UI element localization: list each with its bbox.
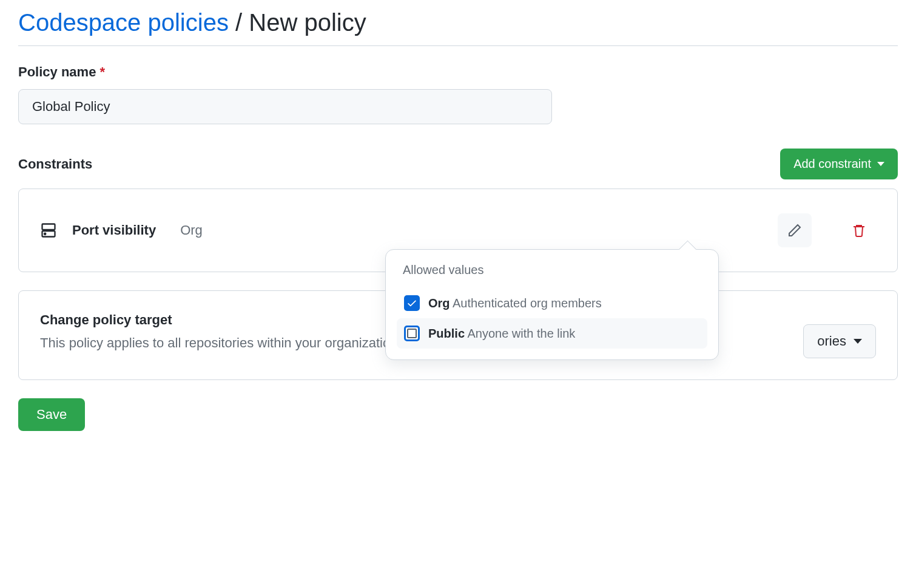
constraint-name: Port visibility	[72, 222, 156, 238]
allowed-values-popover: Allowed values Org Authenticated org mem…	[385, 249, 719, 360]
required-asterisk: *	[100, 64, 106, 79]
server-icon	[40, 222, 57, 239]
add-constraint-button[interactable]: Add constraint	[780, 149, 898, 179]
edit-constraint-button[interactable]	[778, 213, 812, 247]
breadcrumb-parent-link[interactable]: Codespace policies	[18, 9, 229, 36]
constraint-value: Org	[180, 222, 203, 238]
checkbox-unchecked-icon	[404, 326, 420, 341]
delete-constraint-button[interactable]	[842, 213, 876, 247]
policy-target-selector[interactable]: ories	[803, 324, 876, 358]
page-title: Codespace policies / New policy	[18, 9, 898, 46]
checkbox-checked-icon	[404, 295, 420, 311]
breadcrumb-separator: /	[235, 9, 249, 36]
breadcrumb-current: New policy	[249, 9, 366, 36]
allowed-value-option-org[interactable]: Org Authenticated org members	[397, 288, 707, 318]
allowed-value-option-public[interactable]: Public Anyone with the link	[397, 318, 707, 349]
save-button[interactable]: Save	[18, 398, 85, 431]
svg-rect-0	[42, 224, 55, 230]
trash-icon	[852, 223, 866, 238]
caret-down-icon	[877, 162, 884, 166]
constraints-heading: Constraints	[18, 156, 92, 172]
pencil-icon	[787, 223, 802, 238]
popover-heading: Allowed values	[403, 263, 701, 277]
policy-name-input[interactable]	[18, 89, 552, 124]
policy-name-label: Policy name *	[18, 64, 898, 80]
svg-point-2	[44, 233, 45, 235]
caret-down-icon	[854, 339, 862, 344]
